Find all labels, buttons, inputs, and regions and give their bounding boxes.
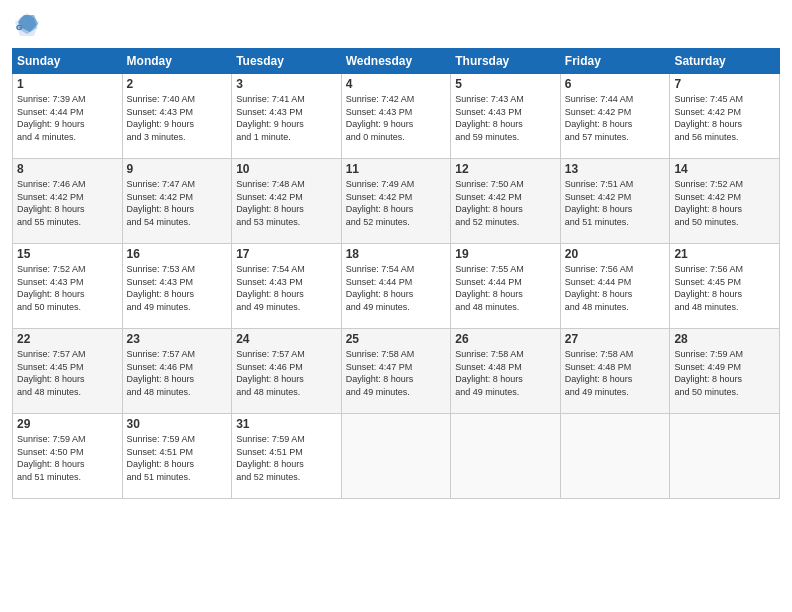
calendar-cell: 26Sunrise: 7:58 AM Sunset: 4:48 PM Dayli… — [451, 329, 561, 414]
day-number: 26 — [455, 332, 556, 346]
calendar-week-5: 29Sunrise: 7:59 AM Sunset: 4:50 PM Dayli… — [13, 414, 780, 499]
day-header-monday: Monday — [122, 49, 232, 74]
day-number: 23 — [127, 332, 228, 346]
day-number: 19 — [455, 247, 556, 261]
day-number: 21 — [674, 247, 775, 261]
calendar-cell: 23Sunrise: 7:57 AM Sunset: 4:46 PM Dayli… — [122, 329, 232, 414]
day-number: 3 — [236, 77, 337, 91]
calendar-cell: 27Sunrise: 7:58 AM Sunset: 4:48 PM Dayli… — [560, 329, 670, 414]
day-header-saturday: Saturday — [670, 49, 780, 74]
day-number: 11 — [346, 162, 447, 176]
day-number: 15 — [17, 247, 118, 261]
calendar-cell: 5Sunrise: 7:43 AM Sunset: 4:43 PM Daylig… — [451, 74, 561, 159]
calendar-week-2: 8Sunrise: 7:46 AM Sunset: 4:42 PM Daylig… — [13, 159, 780, 244]
calendar-cell: 29Sunrise: 7:59 AM Sunset: 4:50 PM Dayli… — [13, 414, 123, 499]
day-number: 30 — [127, 417, 228, 431]
calendar-cell: 15Sunrise: 7:52 AM Sunset: 4:43 PM Dayli… — [13, 244, 123, 329]
day-header-wednesday: Wednesday — [341, 49, 451, 74]
svg-text:G: G — [16, 23, 22, 32]
header: G — [12, 10, 780, 40]
calendar-cell: 4Sunrise: 7:42 AM Sunset: 4:43 PM Daylig… — [341, 74, 451, 159]
calendar-cell: 10Sunrise: 7:48 AM Sunset: 4:42 PM Dayli… — [232, 159, 342, 244]
day-info: Sunrise: 7:43 AM Sunset: 4:43 PM Dayligh… — [455, 93, 556, 143]
day-number: 6 — [565, 77, 666, 91]
day-info: Sunrise: 7:50 AM Sunset: 4:42 PM Dayligh… — [455, 178, 556, 228]
calendar-cell — [341, 414, 451, 499]
day-info: Sunrise: 7:51 AM Sunset: 4:42 PM Dayligh… — [565, 178, 666, 228]
day-info: Sunrise: 7:41 AM Sunset: 4:43 PM Dayligh… — [236, 93, 337, 143]
calendar-cell: 8Sunrise: 7:46 AM Sunset: 4:42 PM Daylig… — [13, 159, 123, 244]
day-info: Sunrise: 7:57 AM Sunset: 4:46 PM Dayligh… — [236, 348, 337, 398]
day-number: 28 — [674, 332, 775, 346]
day-header-thursday: Thursday — [451, 49, 561, 74]
calendar-cell: 30Sunrise: 7:59 AM Sunset: 4:51 PM Dayli… — [122, 414, 232, 499]
day-info: Sunrise: 7:40 AM Sunset: 4:43 PM Dayligh… — [127, 93, 228, 143]
day-number: 29 — [17, 417, 118, 431]
day-info: Sunrise: 7:45 AM Sunset: 4:42 PM Dayligh… — [674, 93, 775, 143]
calendar-cell: 21Sunrise: 7:56 AM Sunset: 4:45 PM Dayli… — [670, 244, 780, 329]
day-header-friday: Friday — [560, 49, 670, 74]
day-number: 7 — [674, 77, 775, 91]
calendar-cell: 18Sunrise: 7:54 AM Sunset: 4:44 PM Dayli… — [341, 244, 451, 329]
day-info: Sunrise: 7:39 AM Sunset: 4:44 PM Dayligh… — [17, 93, 118, 143]
day-info: Sunrise: 7:57 AM Sunset: 4:46 PM Dayligh… — [127, 348, 228, 398]
day-info: Sunrise: 7:48 AM Sunset: 4:42 PM Dayligh… — [236, 178, 337, 228]
day-number: 1 — [17, 77, 118, 91]
day-info: Sunrise: 7:59 AM Sunset: 4:49 PM Dayligh… — [674, 348, 775, 398]
calendar-cell: 25Sunrise: 7:58 AM Sunset: 4:47 PM Dayli… — [341, 329, 451, 414]
day-info: Sunrise: 7:56 AM Sunset: 4:44 PM Dayligh… — [565, 263, 666, 313]
day-header-tuesday: Tuesday — [232, 49, 342, 74]
day-header-sunday: Sunday — [13, 49, 123, 74]
day-number: 22 — [17, 332, 118, 346]
calendar-cell: 1Sunrise: 7:39 AM Sunset: 4:44 PM Daylig… — [13, 74, 123, 159]
day-info: Sunrise: 7:47 AM Sunset: 4:42 PM Dayligh… — [127, 178, 228, 228]
calendar-cell: 2Sunrise: 7:40 AM Sunset: 4:43 PM Daylig… — [122, 74, 232, 159]
day-number: 18 — [346, 247, 447, 261]
calendar-cell: 28Sunrise: 7:59 AM Sunset: 4:49 PM Dayli… — [670, 329, 780, 414]
day-info: Sunrise: 7:46 AM Sunset: 4:42 PM Dayligh… — [17, 178, 118, 228]
calendar-cell: 22Sunrise: 7:57 AM Sunset: 4:45 PM Dayli… — [13, 329, 123, 414]
calendar-cell: 31Sunrise: 7:59 AM Sunset: 4:51 PM Dayli… — [232, 414, 342, 499]
day-info: Sunrise: 7:56 AM Sunset: 4:45 PM Dayligh… — [674, 263, 775, 313]
day-info: Sunrise: 7:55 AM Sunset: 4:44 PM Dayligh… — [455, 263, 556, 313]
day-number: 27 — [565, 332, 666, 346]
page: G SundayMondayTuesdayWednesdayThursdayFr… — [0, 0, 792, 612]
day-number: 13 — [565, 162, 666, 176]
calendar-week-1: 1Sunrise: 7:39 AM Sunset: 4:44 PM Daylig… — [13, 74, 780, 159]
logo-icon: G — [12, 10, 42, 40]
day-number: 25 — [346, 332, 447, 346]
day-number: 24 — [236, 332, 337, 346]
day-info: Sunrise: 7:58 AM Sunset: 4:48 PM Dayligh… — [565, 348, 666, 398]
calendar-cell: 11Sunrise: 7:49 AM Sunset: 4:42 PM Dayli… — [341, 159, 451, 244]
day-number: 31 — [236, 417, 337, 431]
day-info: Sunrise: 7:58 AM Sunset: 4:47 PM Dayligh… — [346, 348, 447, 398]
calendar-cell: 12Sunrise: 7:50 AM Sunset: 4:42 PM Dayli… — [451, 159, 561, 244]
calendar-cell — [670, 414, 780, 499]
day-number: 17 — [236, 247, 337, 261]
calendar-cell: 19Sunrise: 7:55 AM Sunset: 4:44 PM Dayli… — [451, 244, 561, 329]
day-info: Sunrise: 7:59 AM Sunset: 4:51 PM Dayligh… — [236, 433, 337, 483]
calendar: SundayMondayTuesdayWednesdayThursdayFrid… — [12, 48, 780, 499]
calendar-cell: 17Sunrise: 7:54 AM Sunset: 4:43 PM Dayli… — [232, 244, 342, 329]
calendar-week-4: 22Sunrise: 7:57 AM Sunset: 4:45 PM Dayli… — [13, 329, 780, 414]
day-info: Sunrise: 7:42 AM Sunset: 4:43 PM Dayligh… — [346, 93, 447, 143]
calendar-week-3: 15Sunrise: 7:52 AM Sunset: 4:43 PM Dayli… — [13, 244, 780, 329]
calendar-cell — [560, 414, 670, 499]
calendar-cell — [451, 414, 561, 499]
day-number: 10 — [236, 162, 337, 176]
day-number: 14 — [674, 162, 775, 176]
logo: G — [12, 10, 46, 40]
day-number: 4 — [346, 77, 447, 91]
calendar-cell: 14Sunrise: 7:52 AM Sunset: 4:42 PM Dayli… — [670, 159, 780, 244]
day-info: Sunrise: 7:54 AM Sunset: 4:44 PM Dayligh… — [346, 263, 447, 313]
day-number: 8 — [17, 162, 118, 176]
day-info: Sunrise: 7:54 AM Sunset: 4:43 PM Dayligh… — [236, 263, 337, 313]
day-info: Sunrise: 7:52 AM Sunset: 4:43 PM Dayligh… — [17, 263, 118, 313]
calendar-cell: 16Sunrise: 7:53 AM Sunset: 4:43 PM Dayli… — [122, 244, 232, 329]
calendar-cell: 24Sunrise: 7:57 AM Sunset: 4:46 PM Dayli… — [232, 329, 342, 414]
calendar-cell: 13Sunrise: 7:51 AM Sunset: 4:42 PM Dayli… — [560, 159, 670, 244]
calendar-header-row: SundayMondayTuesdayWednesdayThursdayFrid… — [13, 49, 780, 74]
day-info: Sunrise: 7:58 AM Sunset: 4:48 PM Dayligh… — [455, 348, 556, 398]
day-number: 20 — [565, 247, 666, 261]
day-info: Sunrise: 7:59 AM Sunset: 4:51 PM Dayligh… — [127, 433, 228, 483]
